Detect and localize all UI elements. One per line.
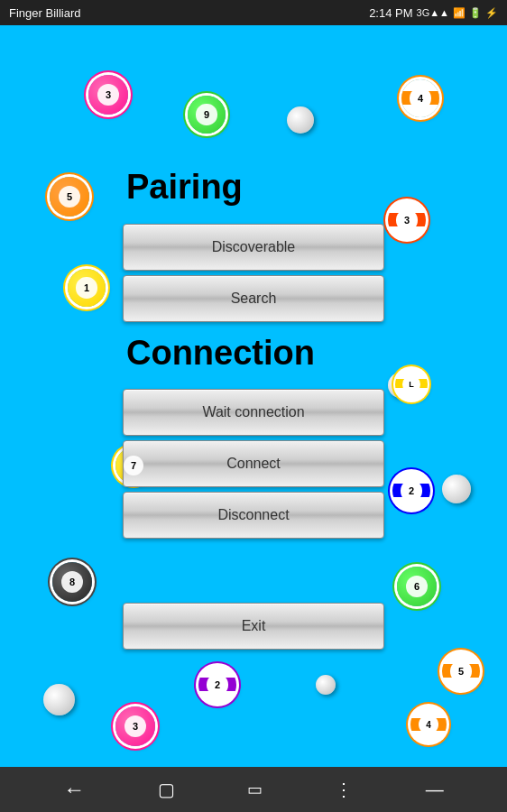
menu-button[interactable]: ⋮ xyxy=(335,779,353,800)
pairing-title: Pairing xyxy=(126,168,243,207)
wait-connection-button[interactable]: Wait connection xyxy=(123,389,384,436)
app-screen: 3 9 4 5 3 1 L 7 2 8 6 xyxy=(0,25,507,767)
status-bar: Finger Billiard 2:14 PM 3G▲▲ 📶 🔋 ⚡ xyxy=(0,0,507,25)
exit-button[interactable]: Exit xyxy=(123,603,384,650)
bottom-nav: ← ▢ ▭ ⋮ — xyxy=(0,767,507,812)
back-button[interactable]: ← xyxy=(63,777,85,802)
wifi-icon: 📶 xyxy=(453,7,466,19)
signal-icon: 3G▲▲ xyxy=(417,7,449,18)
app-title: Finger Billiard xyxy=(9,6,80,20)
discoverable-button[interactable]: Discoverable xyxy=(123,224,384,271)
disconnect-button[interactable]: Disconnect xyxy=(123,492,384,539)
content-area: Pairing Discoverable Search Connection W… xyxy=(0,25,507,767)
recents-button[interactable]: ▭ xyxy=(247,780,263,799)
connection-title: Connection xyxy=(126,334,315,373)
battery-icon: 🔋 xyxy=(469,7,482,19)
exit-container: Exit xyxy=(123,603,384,651)
connection-buttons: Wait connection Connect Disconnect xyxy=(123,389,384,540)
dash-icon: — xyxy=(426,780,444,800)
pairing-buttons: Discoverable Search xyxy=(123,224,384,324)
search-button[interactable]: Search xyxy=(123,275,384,322)
bluetooth-icon: ⚡ xyxy=(485,7,498,19)
home-button[interactable]: ▢ xyxy=(158,779,175,800)
status-bar-right: 2:14 PM 3G▲▲ 📶 🔋 ⚡ xyxy=(369,6,498,20)
time-display: 2:14 PM xyxy=(369,6,412,20)
connect-button[interactable]: Connect xyxy=(123,440,384,487)
